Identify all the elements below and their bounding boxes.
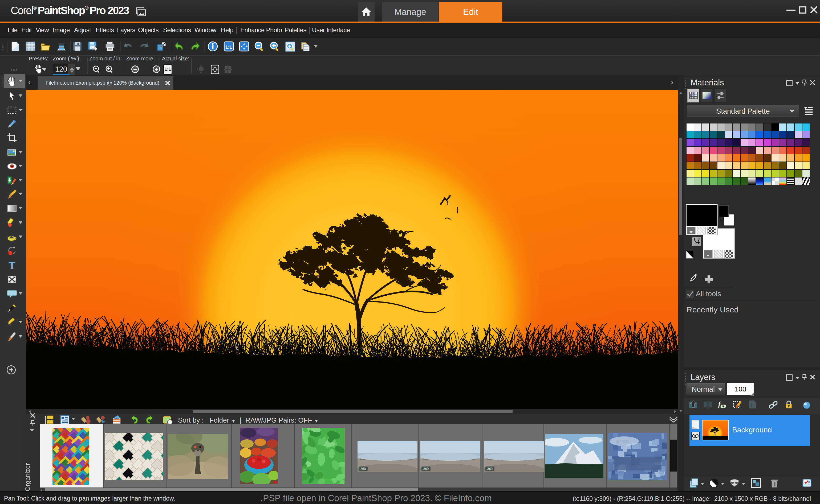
svg-text:T: T [9, 260, 15, 271]
svg-text:1:1: 1:1 [226, 44, 232, 50]
svg-text:360: 360 [360, 467, 366, 471]
svg-text:360: 360 [423, 467, 429, 471]
svg-text:360: 360 [487, 467, 493, 471]
